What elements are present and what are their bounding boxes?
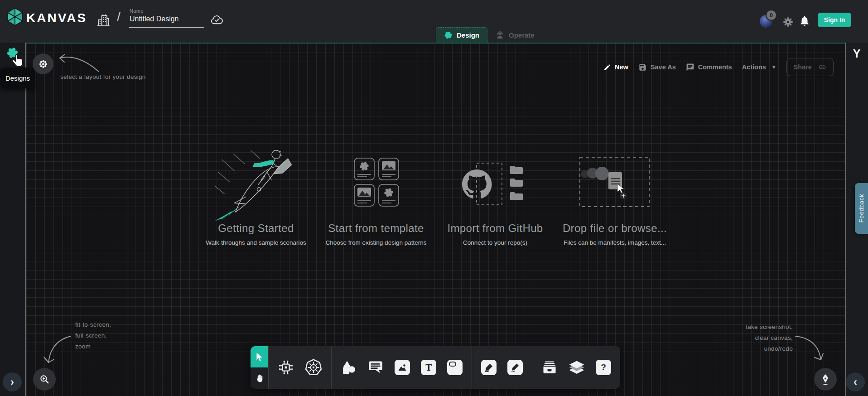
pointer-tool-group	[251, 346, 268, 389]
brand-wordmark: KANVAS	[26, 11, 87, 25]
chevron-left-icon: ‹	[854, 376, 857, 388]
drawer-tool-button[interactable]	[541, 359, 558, 376]
annotation-tools-group: T	[331, 346, 472, 389]
card-title: Start from template	[317, 222, 435, 235]
kanvas-logo-icon	[5, 7, 24, 26]
tab-design[interactable]: Design	[436, 27, 487, 43]
utility-tools-group: ?	[532, 346, 620, 389]
design-swirl-icon	[444, 31, 453, 39]
zoom-in-icon	[39, 373, 50, 385]
design-name-label: Name	[130, 8, 144, 14]
circuit-chip-icon	[278, 359, 294, 376]
pencil-icon	[603, 63, 611, 71]
layout-hint-text: select a layout for your design	[60, 73, 146, 80]
help-tool-button[interactable]: ?	[596, 360, 611, 375]
card-start-from-template[interactable]: Start from template Choose from existing…	[317, 146, 435, 255]
pencil-tool-button[interactable]	[507, 360, 523, 375]
layout-selector-button[interactable]	[33, 53, 53, 74]
repo-folders-icon	[510, 166, 523, 200]
help-glyph: ?	[601, 362, 606, 372]
operator-headset-icon	[495, 30, 505, 40]
card-subtitle: Connect to your repo(s)	[436, 239, 554, 246]
drop-file-graphic	[579, 157, 650, 209]
image-icon	[397, 362, 407, 372]
pen-nib-icon	[820, 373, 831, 386]
actions-label: Actions	[742, 63, 766, 71]
kubernetes-tool-button[interactable]	[305, 359, 322, 376]
card-title: Import from GitHub	[436, 222, 554, 235]
comment-icon	[686, 63, 694, 72]
tab-operate-label: Operate	[509, 31, 535, 39]
kubernetes-wheel-icon	[305, 359, 322, 376]
share-label: Share	[794, 63, 812, 71]
organization-icon[interactable]	[96, 12, 111, 29]
layer5-logo: Y	[845, 47, 868, 60]
select-tool-button[interactable]	[251, 346, 268, 367]
notifications-bell-icon[interactable]	[799, 15, 810, 27]
breadcrumb-separator: /	[117, 10, 121, 24]
mode-tabs: Design Operate	[436, 27, 542, 43]
settings-gear-icon[interactable]	[782, 16, 794, 28]
save-as-button[interactable]: Save As	[638, 63, 676, 72]
card-title: Drop file or browse...	[556, 222, 674, 235]
drawer-icon	[541, 359, 558, 376]
text-tool-button[interactable]: T	[421, 360, 436, 375]
sign-in-button[interactable]: Sign In	[818, 13, 851, 27]
template-grid-graphic	[351, 157, 401, 208]
new-button[interactable]: New	[603, 63, 628, 71]
layout-hint-arrow	[57, 51, 101, 76]
collapse-right-panel-button[interactable]: ‹	[846, 372, 865, 391]
actions-dropdown[interactable]: Actions ▼	[742, 63, 776, 71]
layers-icon	[569, 361, 585, 375]
chevron-right-icon: ›	[10, 376, 14, 388]
rocket-doodle	[207, 146, 305, 222]
cloud-saved-icon[interactable]	[210, 14, 224, 26]
design-name-input[interactable]	[129, 15, 204, 28]
note-tab-icon	[449, 362, 456, 367]
shapes-icon	[340, 359, 357, 376]
share-button[interactable]: Share	[786, 58, 834, 76]
feedback-tab[interactable]: Feedback	[855, 183, 868, 234]
cursor-arrow-icon	[254, 352, 264, 362]
shapes-tool-button[interactable]	[340, 359, 357, 376]
zoom-button[interactable]	[33, 368, 56, 391]
comment-tool-button[interactable]	[367, 359, 384, 376]
comments-label: Comments	[698, 63, 732, 71]
card-subtitle: Files can be manifests, images, text...	[556, 239, 674, 246]
component-tool-button[interactable]	[278, 359, 294, 376]
pen-actions-button[interactable]	[814, 368, 837, 391]
pan-tool-button[interactable]	[251, 367, 268, 389]
screenshot-hint-arrow	[794, 333, 826, 365]
left-rail	[0, 43, 26, 396]
tab-design-label: Design	[457, 31, 479, 39]
note-tool-button[interactable]	[447, 360, 463, 375]
zoom-hint-arrow	[39, 333, 74, 369]
chevron-down-icon: ▼	[772, 64, 776, 70]
save-as-label: Save As	[651, 63, 676, 71]
flower-layout-icon	[38, 59, 48, 69]
tab-operate[interactable]: Operate	[487, 27, 542, 43]
feedback-label: Feedback	[858, 194, 865, 222]
card-drop-file[interactable]: Drop file or browse... Files can be mani…	[556, 146, 674, 255]
github-import-graphic	[461, 162, 529, 208]
freehand-pencil-icon	[510, 362, 520, 372]
notification-count-badge: 0	[767, 10, 776, 20]
screenshot-hint-text: take screenshot, clear canvas, undo/redo	[725, 322, 793, 354]
card-import-from-github[interactable]: Import from GitHub Connect to your repo(…	[436, 146, 554, 255]
link-icon	[818, 63, 826, 71]
layers-tool-button[interactable]	[569, 361, 585, 375]
design-canvas[interactable]	[26, 43, 845, 396]
hand-pan-icon	[254, 373, 264, 383]
infrastructure-tools-group	[269, 346, 331, 389]
image-tool-button[interactable]	[395, 360, 410, 375]
comments-button[interactable]: Comments	[686, 63, 732, 72]
pen-tool-button[interactable]	[481, 360, 497, 375]
expand-left-panel-button[interactable]: ›	[3, 372, 22, 391]
card-subtitle: Choose from existing design patterns	[317, 239, 435, 246]
new-label: New	[615, 63, 628, 71]
pen-path-icon	[484, 362, 494, 372]
floppy-save-icon	[638, 63, 647, 72]
app-header: KANVAS / Name Design	[0, 0, 868, 43]
designs-tooltip: Designs	[0, 68, 35, 88]
card-getting-started[interactable]: Getting Started Walk-throughs and sample…	[197, 146, 315, 255]
